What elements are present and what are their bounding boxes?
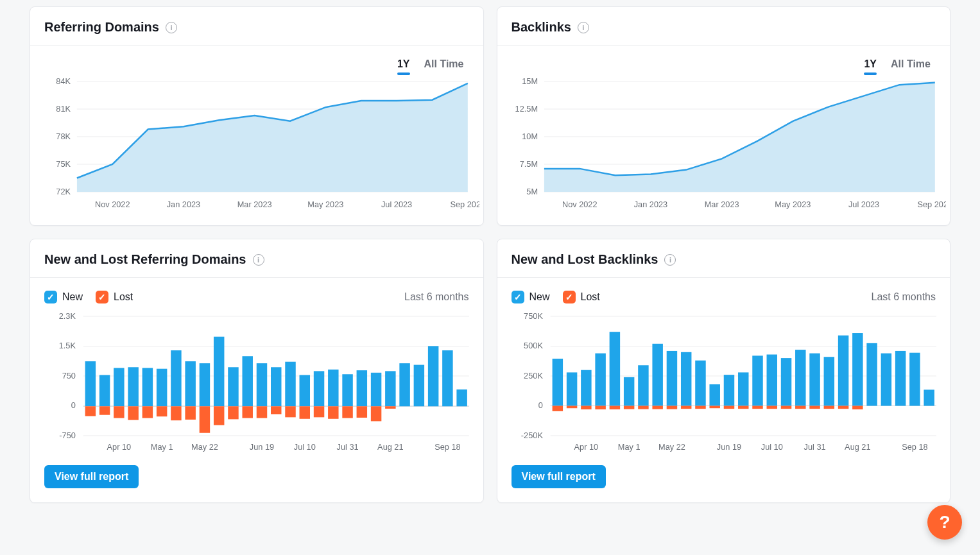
svg-rect-158 [909, 353, 920, 406]
range-tab-alltime[interactable]: All Time [891, 58, 931, 70]
chart-new-lost-backlinks: -250K0250K500K750KApr 10May 1May 22Jun 1… [497, 312, 950, 454]
svg-rect-127 [666, 351, 676, 406]
svg-text:Apr 10: Apr 10 [107, 442, 132, 452]
legend-row: ✓ New ✓ Lost Last 6 months [497, 291, 950, 312]
svg-text:May 1: May 1 [617, 442, 640, 452]
legend-label: Lost [114, 291, 133, 303]
info-icon[interactable]: i [664, 254, 676, 266]
svg-text:Jul 2023: Jul 2023 [381, 200, 412, 209]
svg-text:7.5M: 7.5M [519, 159, 537, 169]
svg-rect-144 [780, 406, 791, 409]
svg-rect-56 [171, 406, 181, 420]
svg-rect-43 [85, 361, 96, 406]
card-title-row: Backlinks i [497, 20, 950, 46]
svg-rect-69 [271, 367, 281, 406]
svg-text:Jul 31: Jul 31 [804, 442, 825, 452]
view-full-report-button[interactable]: View full report [511, 465, 606, 488]
chart-new-lost-referring-domains: -75007501.5K2.3KApr 10May 1May 22Jun 19J… [30, 312, 483, 454]
svg-rect-86 [385, 406, 395, 409]
legend-new[interactable]: ✓ New [511, 291, 550, 303]
svg-rect-118 [595, 406, 605, 410]
svg-rect-61 [214, 337, 224, 407]
svg-rect-120 [609, 406, 619, 410]
svg-rect-128 [666, 406, 676, 409]
svg-text:81K: 81K [56, 104, 71, 114]
svg-rect-130 [680, 406, 691, 409]
svg-rect-68 [257, 406, 267, 418]
svg-rect-80 [342, 406, 352, 418]
svg-text:0: 0 [538, 400, 542, 410]
svg-rect-49 [128, 367, 138, 406]
info-icon[interactable]: i [578, 22, 589, 33]
legend-lost[interactable]: ✓ Lost [563, 291, 600, 303]
svg-text:Nov 2022: Nov 2022 [95, 200, 130, 209]
range-tab-alltime[interactable]: All Time [424, 58, 464, 70]
svg-rect-154 [852, 406, 863, 410]
svg-rect-65 [242, 356, 252, 406]
svg-text:750: 750 [62, 371, 76, 380]
svg-rect-159 [924, 389, 934, 406]
svg-rect-140 [752, 406, 762, 409]
svg-rect-81 [357, 370, 367, 406]
svg-rect-134 [709, 406, 719, 409]
svg-rect-122 [623, 406, 633, 409]
legend-label: Lost [581, 291, 600, 303]
info-icon[interactable]: i [253, 254, 264, 266]
svg-rect-57 [185, 361, 195, 406]
check-icon: ✓ [96, 291, 108, 303]
svg-text:2.3K: 2.3K [59, 312, 76, 321]
card-title: New and Lost Referring Domains [44, 252, 246, 267]
svg-text:Jan 2023: Jan 2023 [633, 200, 667, 209]
svg-rect-66 [242, 406, 252, 418]
svg-rect-75 [314, 371, 324, 406]
range-tabs: 1Y All Time [497, 58, 950, 76]
svg-rect-63 [228, 367, 238, 406]
svg-text:May 22: May 22 [658, 442, 685, 452]
svg-rect-148 [809, 406, 820, 409]
svg-text:May 2023: May 2023 [775, 200, 811, 209]
svg-rect-54 [157, 406, 167, 416]
card-backlinks: Backlinks i 1Y All Time 5M7.5M10M12.5M15… [497, 6, 951, 226]
card-title-row: New and Lost Backlinks i [497, 252, 950, 278]
card-title-row: Referring Domains i [30, 20, 483, 46]
view-full-report-button[interactable]: View full report [44, 465, 139, 488]
svg-rect-87 [399, 363, 409, 406]
svg-rect-44 [85, 406, 96, 416]
svg-rect-135 [723, 375, 734, 406]
svg-rect-153 [852, 333, 863, 406]
svg-text:250K: 250K [524, 371, 543, 380]
range-tab-1y[interactable]: 1Y [864, 58, 877, 70]
svg-rect-90 [442, 350, 452, 406]
svg-rect-141 [766, 355, 777, 406]
svg-text:-750: -750 [59, 431, 76, 440]
info-icon[interactable]: i [166, 22, 177, 33]
legend-label: New [529, 291, 550, 303]
svg-rect-121 [623, 377, 633, 406]
range-tab-1y[interactable]: 1Y [397, 58, 410, 70]
svg-rect-70 [271, 406, 281, 414]
svg-rect-157 [895, 351, 905, 406]
svg-rect-50 [128, 406, 138, 420]
legend-new[interactable]: ✓ New [44, 291, 83, 303]
svg-rect-146 [795, 406, 805, 409]
svg-rect-60 [200, 406, 210, 432]
check-icon: ✓ [44, 291, 57, 303]
svg-rect-53 [157, 369, 167, 407]
svg-rect-64 [228, 406, 238, 419]
svg-rect-115 [581, 370, 591, 406]
svg-rect-117 [595, 354, 605, 406]
svg-rect-138 [738, 406, 748, 409]
svg-text:Sep 2023: Sep 2023 [451, 200, 479, 209]
svg-text:Sep 18: Sep 18 [902, 442, 927, 452]
legend-lost[interactable]: ✓ Lost [96, 291, 133, 303]
svg-rect-149 [823, 357, 834, 406]
svg-rect-114 [566, 406, 576, 409]
check-icon: ✓ [511, 291, 524, 303]
svg-text:May 2023: May 2023 [307, 200, 343, 209]
svg-text:Sep 2023: Sep 2023 [917, 200, 946, 209]
svg-rect-91 [456, 389, 467, 406]
svg-rect-129 [680, 352, 691, 406]
svg-rect-83 [371, 373, 381, 406]
svg-rect-74 [300, 406, 310, 419]
svg-text:1.5K: 1.5K [59, 341, 76, 350]
